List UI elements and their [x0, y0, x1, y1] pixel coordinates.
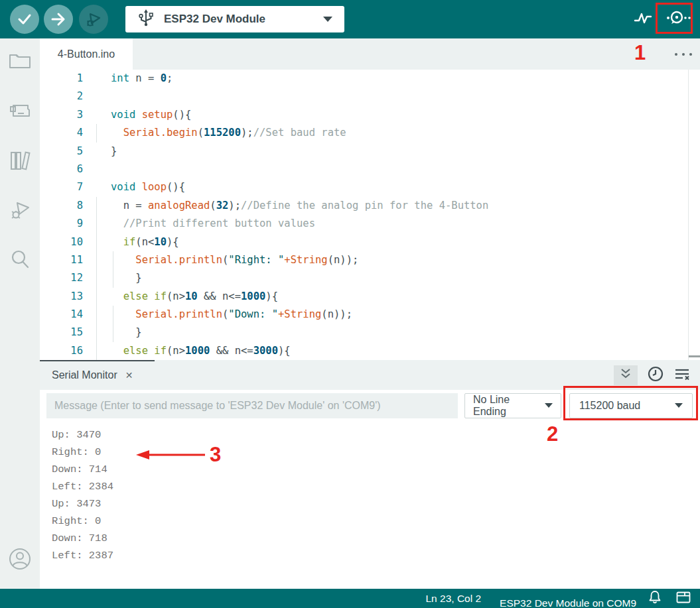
- line-number: 12: [40, 269, 83, 287]
- line-number: 11: [40, 251, 83, 269]
- code-line: 7void loop(){: [40, 178, 700, 196]
- bell-icon: [648, 590, 662, 607]
- chevron-down-icon: [675, 403, 683, 408]
- sidebar-item-search[interactable]: [0, 240, 40, 281]
- chevron-down-icon: [323, 17, 332, 22]
- debug-button[interactable]: [79, 5, 108, 34]
- toolbar: ESP32 Dev Module: [0, 0, 700, 38]
- toggle-panel-button[interactable]: [614, 365, 638, 385]
- line-number: 8: [40, 197, 83, 215]
- serial-output-line: Up: 3473: [52, 495, 700, 513]
- activity-sidebar: [0, 38, 40, 589]
- indent-guide: [96, 215, 97, 233]
- tab-serial-monitor[interactable]: Serial Monitor ✕: [52, 369, 133, 381]
- serial-output-line: Down: 718: [52, 530, 700, 547]
- line-number: 7: [40, 178, 83, 196]
- code-line: 8 n = analogRead(32);//Define the analog…: [40, 197, 700, 215]
- upload-button[interactable]: [44, 5, 73, 34]
- code-line: 9 //Print different button values: [40, 215, 700, 233]
- code-line: 1int n = 0;: [40, 70, 700, 88]
- annotation-step-1: 1: [634, 41, 646, 65]
- serial-output-line: Right: 0: [52, 513, 700, 530]
- line-number: 1: [40, 70, 83, 88]
- clear-output-icon: [673, 366, 691, 385]
- arrow-right-icon: [50, 11, 67, 28]
- line-number: 14: [40, 306, 83, 324]
- editor-tab-bar: 4-Button.ino: [40, 38, 700, 70]
- line-number: 16: [40, 342, 83, 360]
- code-line: 5}: [40, 143, 700, 160]
- double-chevron-down-icon: [618, 367, 633, 383]
- active-tab-indicator: [40, 360, 155, 361]
- arduino-ide-window: ESP32 Dev Module: [0, 0, 700, 608]
- board-selector[interactable]: ESP32 Dev Module: [125, 6, 344, 32]
- tab-serial-monitor-label: Serial Monitor: [52, 369, 117, 381]
- books-icon: [8, 149, 32, 174]
- board-selector-label: ESP32 Dev Module: [164, 13, 265, 26]
- line-number: 15: [40, 324, 83, 341]
- serial-output-line: Left: 2387: [52, 547, 700, 564]
- line-ending-select[interactable]: No Line Ending: [464, 393, 561, 418]
- code-line: 14 Serial.println("Down: "+String(n));: [40, 306, 700, 324]
- close-icon[interactable]: ✕: [125, 370, 133, 381]
- debug-icon: [8, 199, 32, 224]
- indent-guide: [113, 306, 113, 324]
- message-input[interactable]: [46, 393, 458, 418]
- tab-sketch-label: 4-Button.ino: [58, 48, 115, 60]
- notifications-button[interactable]: [648, 590, 662, 607]
- serial-plotter-button[interactable]: [628, 5, 658, 34]
- waveform-icon: [633, 9, 653, 29]
- sidebar-item-library-manager[interactable]: [0, 141, 40, 182]
- code-line: 4 Serial.begin(115200);//Set baud rate: [40, 124, 700, 142]
- editor-scrollbar-thumb[interactable]: [689, 355, 700, 357]
- tab-more-menu[interactable]: [675, 38, 692, 70]
- indent-guide: [96, 269, 97, 287]
- editor-scrollbar[interactable]: [688, 70, 689, 360]
- code-line: 10 if(n<10){: [40, 233, 700, 251]
- baud-rate-select[interactable]: 115200 baud: [569, 393, 693, 418]
- indent-guide: [113, 251, 113, 269]
- tab-sketch[interactable]: 4-Button.ino: [40, 38, 133, 70]
- line-number: 3: [40, 106, 83, 124]
- line-number: 9: [40, 215, 83, 233]
- code-editor[interactable]: 1int n = 0;23void setup(){4 Serial.begin…: [40, 70, 700, 360]
- serial-output[interactable]: Up: 3470Right: 0Down: 714Left: 2384Up: 3…: [40, 421, 700, 589]
- indent-guide: [96, 251, 97, 269]
- verify-button[interactable]: [10, 5, 39, 34]
- sidebar-item-boards-manager[interactable]: [0, 91, 40, 133]
- indent-guide: [96, 197, 97, 215]
- dot-icon: [689, 53, 692, 56]
- code-line: 11 Serial.println("Right: "+String(n));: [40, 251, 700, 269]
- serial-monitor-controls: No Line Ending 115200 baud: [40, 390, 700, 421]
- serial-monitor-button[interactable]: [663, 5, 692, 34]
- indent-guide: [96, 306, 97, 324]
- annotation-step-3: 3: [210, 443, 221, 467]
- serial-output-line: Left: 2384: [52, 478, 700, 495]
- clear-output-button[interactable]: [673, 366, 691, 385]
- serial-output-line: Up: 3470: [52, 426, 700, 444]
- debug-play-bug-icon: [84, 9, 104, 29]
- toggle-bottom-panel-button[interactable]: [676, 591, 691, 606]
- sidebar-item-sketchbook[interactable]: [0, 41, 40, 82]
- status-bar: Ln 23, Col 2 ESP32 Dev Module on COM9: [0, 589, 700, 608]
- chevron-down-icon: [545, 403, 553, 408]
- folder-icon: [8, 50, 32, 73]
- dot-icon: [682, 53, 685, 56]
- indent-guide: [96, 324, 97, 341]
- line-number: 2: [40, 88, 83, 105]
- code-line: 2: [40, 88, 700, 105]
- account-button[interactable]: [0, 544, 40, 577]
- cursor-position[interactable]: Ln 23, Col 2: [426, 593, 482, 605]
- code-line: 12 }: [40, 269, 700, 287]
- serial-monitor-panel: Serial Monitor ✕: [40, 360, 700, 589]
- serial-output-line: Right: 0: [52, 444, 700, 461]
- indent-guide: [96, 233, 97, 251]
- board-port-status[interactable]: ESP32 Dev Module on COM9: [500, 597, 636, 608]
- code-line: 3void setup(){: [40, 106, 700, 124]
- line-number: 10: [40, 233, 83, 251]
- account-icon: [7, 546, 33, 574]
- sidebar-item-debug[interactable]: [0, 191, 40, 232]
- timestamp-toggle-button[interactable]: [647, 365, 664, 385]
- line-ending-value: No Line Ending: [473, 394, 545, 418]
- serial-monitor-icon: [664, 8, 691, 30]
